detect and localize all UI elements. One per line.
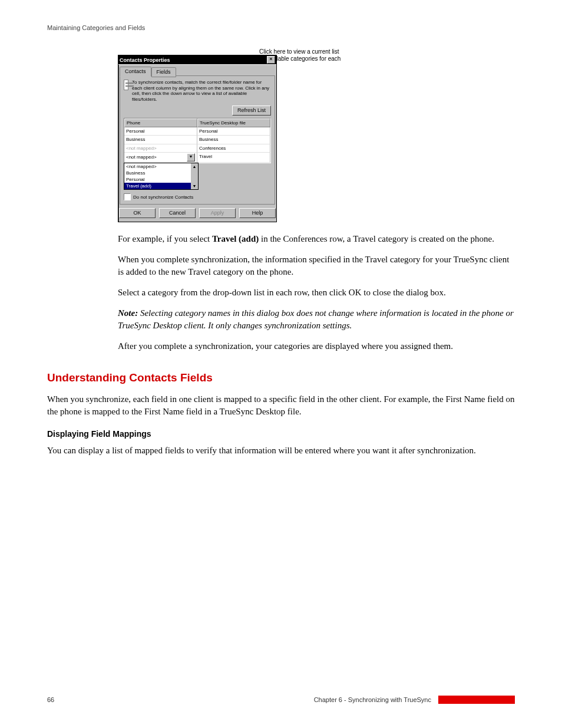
body-paragraph: For example, if you select Travel (add) … (118, 233, 515, 245)
cell-file[interactable]: Conferences (197, 144, 270, 153)
sync-icon (124, 80, 128, 90)
dialog-title: Contacts Properties (120, 57, 170, 64)
page-header: Maintaining Categories and Fields (47, 0, 515, 44)
heading-2: Displaying Field Mappings (47, 429, 515, 440)
heading-1: Understanding Contacts Fields (47, 370, 515, 386)
cell-phone[interactable]: Business (124, 136, 197, 144)
scroll-down-icon[interactable]: ▼ (193, 183, 197, 189)
dropdown-value: <not mapped> (126, 154, 157, 160)
cell-file[interactable]: Travel (197, 153, 270, 163)
do-not-sync-checkbox[interactable]: Do not synchronize Contacts (124, 193, 271, 200)
scrollbar[interactable]: ▲ ▼ (191, 163, 198, 190)
cell-phone-dropdown[interactable]: <not mapped> ▼ (124, 153, 197, 163)
cell-phone[interactable]: <not mapped> (124, 144, 197, 153)
apply-button[interactable]: Apply (199, 208, 236, 218)
dropdown-option-selected[interactable]: Travel (add) (124, 183, 191, 189)
contacts-properties-dialog: Contacts Properties × Contacts Fields To… (118, 55, 277, 222)
dialog-titlebar: Contacts Properties × (118, 55, 276, 64)
footer-chapter: Chapter 6 - Synchronizing with TrueSync (314, 696, 431, 704)
col-file-header: TrueSync Desktop file (197, 118, 270, 127)
checkbox-icon[interactable] (124, 193, 131, 200)
refresh-list-button[interactable]: Refresh List (232, 106, 271, 116)
body-paragraph: After you complete a synchronization, yo… (118, 340, 515, 353)
dropdown-list[interactable]: <not mapped> Business Personal Travel (a… (124, 163, 199, 190)
dropdown-option[interactable]: Personal (124, 176, 191, 183)
body-paragraph: When you complete synchronization, the i… (118, 253, 515, 278)
dropdown-option[interactable]: Business (124, 170, 191, 176)
cell-file[interactable]: Personal (197, 127, 270, 136)
body-paragraph: When you synchronize, each field in one … (47, 393, 515, 418)
scroll-up-icon[interactable]: ▲ (193, 164, 197, 170)
col-phone-header: Phone (124, 118, 197, 127)
cancel-button[interactable]: Cancel (159, 208, 196, 218)
tab-contacts[interactable]: Contacts (120, 67, 151, 77)
body-paragraph: You can display a list of mapped fields … (47, 444, 515, 457)
body-paragraph: Select a category from the drop-down lis… (118, 286, 515, 299)
dropdown-option[interactable]: <not mapped> (124, 163, 191, 170)
checkbox-label: Do not synchronize Contacts (133, 194, 193, 200)
note-paragraph: Note: Selecting category names in this d… (118, 307, 515, 332)
cell-file[interactable]: Business (197, 136, 270, 144)
close-icon[interactable]: × (267, 56, 275, 64)
cell-phone[interactable]: Personal (124, 127, 197, 136)
page-number: 66 (47, 696, 54, 704)
tab-strip: Contacts Fields (120, 66, 275, 76)
help-button[interactable]: Help (239, 208, 276, 218)
chevron-down-icon[interactable]: ▼ (187, 153, 195, 162)
footer-decoration (438, 696, 515, 704)
ok-button[interactable]: OK (119, 208, 156, 218)
dialog-info-text: To synchronize contacts, match the corre… (132, 80, 271, 102)
tab-fields[interactable]: Fields (151, 67, 176, 77)
mapping-grid: Phone TrueSync Desktop file Personal Per… (124, 118, 271, 163)
